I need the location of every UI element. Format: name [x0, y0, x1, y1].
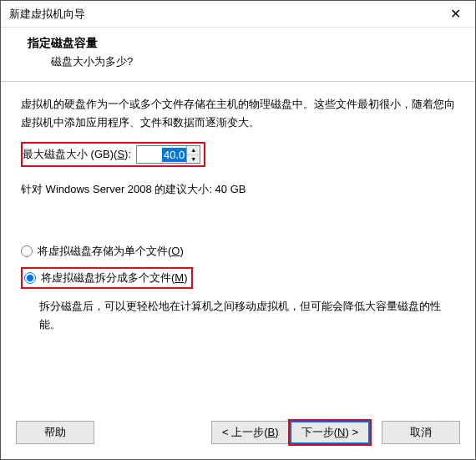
option-single-file[interactable]: 将虚拟磁盘存储为单个文件(O)	[21, 244, 455, 259]
max-disk-value[interactable]: 40.0	[162, 148, 186, 162]
wizard-window: 新建虚拟机向导 ✕ 指定磁盘容量 磁盘大小为多少? 虚拟机的硬盘作为一个或多个文…	[0, 0, 476, 460]
radio-split-file[interactable]	[24, 272, 36, 284]
page-subtitle: 磁盘大小为多少?	[51, 54, 460, 69]
footer: 帮助 < 上一步(B) 下一步(N) > 取消	[1, 409, 475, 459]
spin-up-icon[interactable]: ▲	[187, 146, 200, 155]
storage-options: 将虚拟磁盘存储为单个文件(O) 将虚拟磁盘拆分成多个文件(M) 拆分磁盘后，可以…	[21, 244, 455, 334]
option-single-file-label: 将虚拟磁盘存储为单个文件(O)	[38, 244, 184, 259]
next-button[interactable]: 下一步(N) >	[290, 421, 370, 444]
window-title: 新建虚拟机向导	[9, 7, 438, 22]
footer-right-group: < 上一步(B) 下一步(N) > 取消	[211, 421, 460, 444]
max-disk-row: 最大磁盘大小 (GB)(S): 40.0 ▲ ▼	[21, 140, 455, 167]
spin-buttons[interactable]: ▲ ▼	[186, 146, 200, 163]
max-disk-spinbox[interactable]: 40.0 ▲ ▼	[136, 145, 200, 164]
back-button[interactable]: < 上一步(B)	[211, 421, 290, 444]
cancel-button[interactable]: 取消	[382, 421, 460, 444]
max-disk-label: 最大磁盘大小 (GB)(S):	[23, 147, 131, 162]
page-title: 指定磁盘容量	[28, 36, 460, 51]
option-split-highlight: 将虚拟磁盘拆分成多个文件(M)	[21, 267, 193, 289]
option-split-description: 拆分磁盘后，可以更轻松地在计算机之间移动虚拟机，但可能会降低大容量磁盘的性能。	[39, 297, 455, 334]
option-split-file-label[interactable]: 将虚拟磁盘拆分成多个文件(M)	[41, 270, 188, 286]
option-split-file-row: 将虚拟磁盘拆分成多个文件(M)	[21, 267, 455, 289]
close-icon[interactable]: ✕	[438, 3, 472, 26]
help-button[interactable]: 帮助	[16, 421, 94, 444]
spin-down-icon[interactable]: ▼	[187, 155, 200, 164]
content-area: 虚拟机的硬盘作为一个或多个文件存储在主机的物理磁盘中。这些文件最初很小，随着您向…	[1, 82, 475, 409]
wizard-header: 指定磁盘容量 磁盘大小为多少?	[1, 28, 475, 82]
max-disk-highlight: 最大磁盘大小 (GB)(S): 40.0 ▲ ▼	[21, 142, 205, 167]
recommendation-text: 针对 Windows Server 2008 的建议大小: 40 GB	[21, 182, 455, 197]
description-text: 虚拟机的硬盘作为一个或多个文件存储在主机的物理磁盘中。这些文件最初很小，随着您向…	[21, 95, 455, 132]
titlebar: 新建虚拟机向导 ✕	[1, 1, 475, 28]
radio-single-file[interactable]	[21, 245, 33, 257]
